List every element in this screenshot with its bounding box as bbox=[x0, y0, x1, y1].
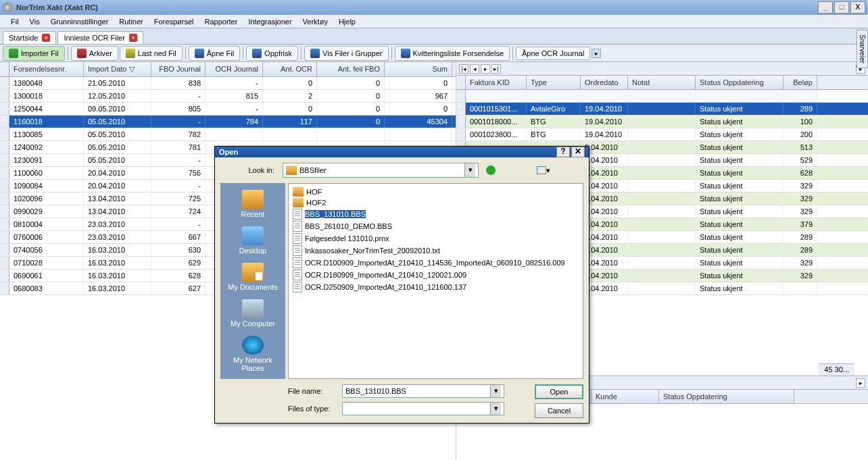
nav-last-button[interactable]: ▸| bbox=[491, 64, 501, 74]
table-row[interactable]: ▸116001805.05.2010-784117045304 bbox=[0, 116, 456, 128]
apne-ocr-journal-button[interactable]: Åpne OCR Journal bbox=[516, 47, 590, 60]
vis-filer-grupper-button[interactable]: Vis Filer i Grupper bbox=[304, 46, 388, 61]
kvitteringsliste-button[interactable]: Kvitteringsliste Forsendelse bbox=[395, 46, 510, 61]
receipt-icon bbox=[401, 49, 410, 58]
dropdown-icon[interactable]: ▾ bbox=[490, 403, 501, 415]
menu-item-grunninnstillinger[interactable]: Grunninnstillinger bbox=[45, 16, 114, 27]
menu-item-hjelp[interactable]: Hjelp bbox=[333, 16, 361, 27]
file-item[interactable]: HOF bbox=[291, 186, 580, 197]
left-col-header[interactable]: Ant. feil FBO bbox=[317, 62, 385, 76]
table-row[interactable]: 125004409.05.2010805-000 bbox=[0, 103, 456, 116]
tab-close-icon[interactable]: × bbox=[129, 34, 137, 42]
snarveier-sidebar-tab[interactable]: Snarveier bbox=[857, 30, 868, 68]
place-my-documents[interactable]: My Documents bbox=[223, 260, 283, 294]
apne-fil-button[interactable]: Åpne Fil bbox=[189, 46, 240, 61]
up-folder-icon bbox=[504, 166, 513, 174]
filter-cell[interactable] bbox=[696, 90, 783, 102]
app-icon bbox=[3, 3, 12, 12]
left-col-header[interactable]: Sum bbox=[385, 62, 452, 76]
file-list[interactable]: HOFHOF2BBS_131010.BBSBBS_261010_DEMO.BBS… bbox=[288, 183, 583, 379]
tab-close-icon[interactable]: × bbox=[42, 34, 50, 42]
bottom-col-header[interactable]: Status Oppdatering bbox=[659, 390, 794, 403]
place-my-computer[interactable]: My Computer bbox=[223, 297, 283, 330]
new-folder-button[interactable] bbox=[519, 163, 533, 177]
file-item[interactable]: BBS_261010_DEMO.BBS bbox=[291, 220, 580, 232]
table-row[interactable]: 0001023800...BTG19.04.2010Status ukjent2… bbox=[456, 128, 868, 141]
dialog-close-button[interactable]: ✕ bbox=[571, 147, 585, 157]
view-menu-button[interactable]: ▾ bbox=[537, 163, 550, 177]
place-recent[interactable]: Recent bbox=[223, 187, 283, 221]
filter-cell[interactable] bbox=[581, 90, 628, 102]
menu-item-vis[interactable]: Vis bbox=[24, 16, 45, 27]
close-button[interactable]: X bbox=[850, 1, 865, 14]
right-col-header[interactable]: Ordredato bbox=[581, 76, 628, 89]
cell: 379 bbox=[783, 218, 817, 230]
menu-item-integrasjoner[interactable]: Integrasjoner bbox=[243, 16, 297, 27]
table-row[interactable]: ▸0001015301...AvtaleGiro19.04.2010Status… bbox=[456, 103, 868, 116]
dropdown-icon[interactable]: ▾ bbox=[464, 163, 475, 177]
left-col-header[interactable]: Import Dato ▽ bbox=[84, 62, 151, 76]
table-row[interactable]: 130001812.05.2010-81520967 bbox=[0, 90, 456, 103]
tab-1[interactable]: Innleste OCR Filer× bbox=[57, 31, 143, 44]
table-row[interactable]: 113008505.05.2010782 bbox=[0, 128, 456, 141]
bottom-col-header[interactable]: Kunde bbox=[592, 390, 659, 403]
minimize-button[interactable]: _ bbox=[818, 1, 833, 14]
up-folder-button[interactable] bbox=[502, 163, 515, 177]
file-item[interactable]: Følgeseddel 131010.prnx bbox=[291, 232, 580, 245]
right-col-header[interactable]: Status Oppdatering bbox=[696, 76, 783, 89]
left-col-header[interactable]: OCR Journal bbox=[206, 62, 263, 76]
place-desktop[interactable]: Desktop bbox=[223, 224, 283, 257]
dialog-help-button[interactable]: ? bbox=[556, 147, 570, 157]
nav-next-button[interactable]: ▸ bbox=[481, 64, 490, 74]
table-row[interactable]: 138004821.05.2010838-000 bbox=[0, 77, 456, 90]
filename-input[interactable]: BBS_131010.BBS▾ bbox=[342, 384, 504, 398]
file-item[interactable]: Inkassosaker_NorTrimTest_20092010.txt bbox=[291, 245, 580, 257]
left-col-header[interactable]: Ant. OCR bbox=[263, 62, 317, 76]
nav-prev-button[interactable]: ◂ bbox=[470, 64, 479, 74]
menu-item-rapporter[interactable]: Rapporter bbox=[199, 16, 243, 27]
table-row[interactable]: 0001018000...BTG19.04.2010Status ukjent1… bbox=[456, 116, 868, 128]
file-item[interactable]: OCR.D180909_ImportedAt_210410_120021.009 bbox=[291, 269, 580, 281]
right-col-header[interactable]: Faktura KID bbox=[466, 76, 527, 89]
menu-item-fil[interactable]: Fil bbox=[5, 16, 24, 27]
cell: 20.04.2010 bbox=[84, 180, 151, 192]
cell: 05.05.2010 bbox=[84, 141, 151, 153]
right-col-header[interactable]: Notat bbox=[628, 76, 696, 89]
filetype-select[interactable]: ▾ bbox=[342, 402, 504, 415]
left-col-header[interactable]: FBO Journal bbox=[151, 62, 206, 76]
file-item[interactable]: BBS_131010.BBS bbox=[291, 208, 580, 220]
row-marker bbox=[0, 193, 9, 205]
filter-cell[interactable] bbox=[527, 90, 581, 102]
right-col-header[interactable]: Type bbox=[527, 76, 581, 89]
lookin-select[interactable]: BBSfiler ▾ bbox=[283, 163, 479, 178]
cell: 0680083 bbox=[9, 282, 84, 295]
toolbar-overflow-button[interactable]: ▸ bbox=[592, 49, 601, 58]
menu-item-forespørsel[interactable]: Forespørsel bbox=[149, 16, 199, 27]
arkiver-button[interactable]: Arkiver bbox=[71, 46, 118, 61]
place-my-network-places[interactable]: My Network Places bbox=[223, 333, 283, 375]
filter-cell[interactable] bbox=[628, 90, 696, 102]
file-item[interactable]: HOF2 bbox=[291, 197, 580, 208]
cell bbox=[628, 231, 696, 243]
back-button[interactable] bbox=[484, 163, 498, 177]
cell: - bbox=[151, 116, 206, 128]
open-button[interactable]: Open bbox=[535, 384, 583, 399]
cancel-button[interactable]: Cancel bbox=[535, 403, 583, 418]
menu-item-rutiner[interactable]: Rutiner bbox=[114, 16, 148, 27]
file-item[interactable]: OCR.D250909_ImportedAt_210410_121600.137 bbox=[291, 281, 580, 293]
dropdown-icon[interactable]: ▾ bbox=[490, 385, 501, 397]
left-col-header[interactable]: Forsendelsesnr. bbox=[9, 62, 84, 76]
maximize-button[interactable]: □ bbox=[834, 1, 849, 14]
file-item[interactable]: OCR.D100909_ImportedAt_210410_114536_Imp… bbox=[291, 257, 580, 269]
filter-cell[interactable] bbox=[466, 90, 527, 102]
filter-cell[interactable] bbox=[783, 90, 817, 102]
last-ned-fil-button[interactable]: Last ned Fil bbox=[120, 46, 183, 61]
importer-fil-button[interactable]: Importer Fil bbox=[3, 46, 65, 61]
oppfrisk-button[interactable]: Oppfrisk bbox=[246, 46, 298, 61]
menu-item-verktøy[interactable]: Verktøy bbox=[297, 16, 333, 27]
tab-0[interactable]: Startside× bbox=[3, 31, 56, 44]
nav-more-button[interactable]: ▸ bbox=[856, 378, 865, 388]
right-col-header[interactable]: Beløp bbox=[783, 76, 817, 89]
nav-first-button[interactable]: |◂ bbox=[459, 64, 468, 74]
cell bbox=[628, 193, 696, 205]
